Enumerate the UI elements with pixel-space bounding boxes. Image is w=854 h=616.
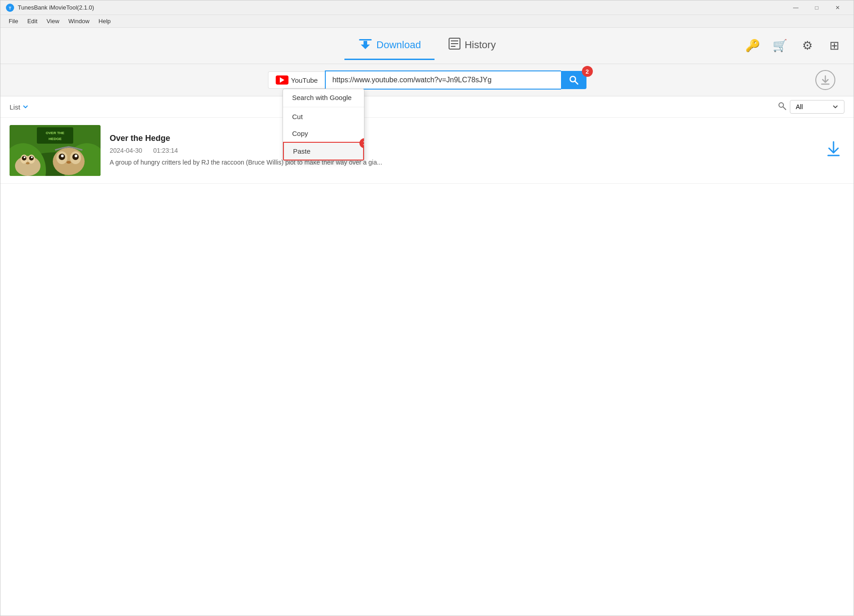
badge-1: 1 [359, 138, 364, 148]
list-filter: All [778, 100, 844, 114]
menu-help[interactable]: Help [94, 16, 116, 26]
title-bar: T TunesBank iMovieTool(2.1.0) — □ ✕ [0, 0, 854, 15]
movie-thumbnail-image: OVER THE HEDGE [10, 125, 101, 176]
filter-search-icon [778, 102, 786, 110]
maximize-button[interactable]: □ [806, 0, 827, 15]
menu-file[interactable]: File [4, 16, 23, 26]
minimize-button[interactable]: — [785, 0, 806, 15]
svg-point-29 [15, 156, 40, 176]
movie-title: Over the Hedge [110, 134, 814, 143]
circle-download-icon [820, 75, 830, 85]
svg-point-27 [75, 155, 77, 157]
menu-view[interactable]: View [42, 16, 64, 26]
svg-point-35 [31, 156, 33, 158]
movie-description: A group of hungry critters led by RJ the… [110, 158, 814, 167]
main-content: YouTube 2 [0, 64, 854, 616]
svg-marker-3 [361, 41, 370, 49]
history-tab-label: History [465, 39, 495, 51]
settings-button[interactable]: ⚙ [797, 36, 817, 56]
menu-bar: File Edit View Window Help [0, 15, 854, 28]
svg-point-26 [61, 155, 64, 157]
toolbar-nav: Download History [344, 32, 509, 60]
download-tab-label: Download [376, 39, 421, 51]
window-controls: — □ ✕ [785, 0, 848, 15]
key-icon: 🔑 [745, 39, 760, 53]
right-download-area [815, 70, 835, 90]
app-title: TunesBank iMovieTool(2.1.0) [18, 4, 785, 11]
download-circle-button[interactable] [815, 70, 835, 90]
tab-download[interactable]: Download [344, 32, 435, 60]
svg-text:HEDGE: HEDGE [49, 137, 62, 141]
download-tab-icon [358, 36, 373, 54]
key-button[interactable]: 🔑 [743, 36, 763, 56]
grid-icon: ⊞ [829, 39, 839, 53]
filter-dropdown[interactable]: All [790, 100, 844, 114]
filter-search-button[interactable] [778, 102, 786, 112]
context-menu-divider-1 [283, 107, 364, 107]
svg-point-36 [26, 162, 30, 165]
context-cut[interactable]: Cut [283, 108, 364, 125]
youtube-icon [276, 75, 288, 85]
history-tab-icon [448, 37, 461, 53]
movie-date: 2024-04-30 [110, 147, 142, 154]
cart-button[interactable]: 🛒 [770, 36, 790, 56]
context-paste[interactable]: Paste 1 [283, 142, 364, 160]
movie-download-icon [826, 141, 841, 157]
movie-thumbnail: OVER THE HEDGE [10, 125, 101, 176]
context-menu: Search with Google Cut Copy Paste 1 [283, 89, 364, 161]
grid-button[interactable]: ⊞ [824, 36, 844, 56]
dropdown-chevron-icon [832, 104, 839, 110]
movie-item: OVER THE HEDGE [0, 118, 854, 184]
tab-history[interactable]: History [435, 33, 509, 59]
movie-duration: 01:23:14 [153, 147, 178, 154]
svg-rect-2 [359, 39, 372, 40]
url-wrapper: YouTube 2 [268, 70, 586, 90]
movie-meta: 2024-04-30 01:23:14 [110, 147, 814, 154]
svg-text:OVER THE: OVER THE [46, 131, 65, 135]
url-input[interactable] [325, 70, 561, 90]
context-search-google[interactable]: Search with Google [283, 89, 364, 106]
cart-icon: 🛒 [773, 39, 787, 53]
svg-text:T: T [9, 6, 11, 10]
app-icon: T [6, 4, 14, 12]
movie-info: Over the Hedge 2024-04-30 01:23:14 A gro… [110, 134, 814, 167]
list-header: List All [0, 96, 854, 118]
badge-2: 2 [582, 66, 593, 77]
svg-point-28 [66, 161, 71, 164]
filter-label: All [796, 103, 803, 110]
url-section: YouTube 2 [0, 64, 854, 96]
movie-download-button[interactable] [823, 137, 844, 164]
svg-rect-18 [37, 127, 73, 144]
context-copy[interactable]: Copy [283, 125, 364, 142]
youtube-badge[interactable]: YouTube [268, 71, 325, 89]
list-sort[interactable]: List [10, 103, 29, 111]
menu-window[interactable]: Window [64, 16, 94, 26]
svg-line-13 [783, 107, 786, 110]
settings-icon: ⚙ [802, 39, 813, 53]
list-label: List [10, 103, 20, 111]
svg-point-34 [24, 156, 25, 158]
toolbar: Download History 🔑 🛒 [0, 28, 854, 64]
close-button[interactable]: ✕ [827, 0, 848, 15]
menu-edit[interactable]: Edit [23, 16, 42, 26]
sort-icon [22, 103, 29, 110]
svg-line-9 [575, 81, 578, 84]
search-icon [569, 75, 578, 85]
youtube-label: YouTube [291, 76, 318, 84]
